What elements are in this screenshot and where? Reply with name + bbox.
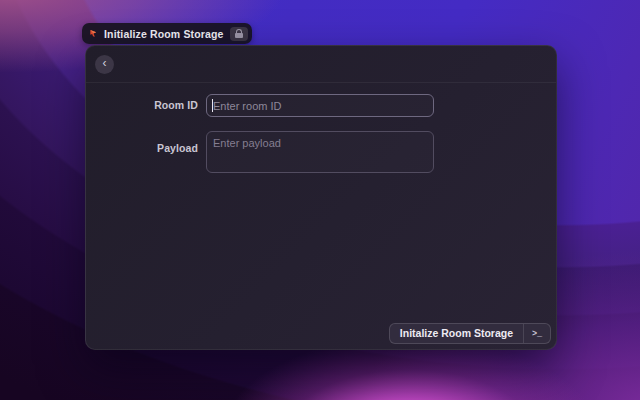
- back-button[interactable]: ‹: [95, 55, 114, 74]
- room-id-label: Room ID: [86, 99, 198, 111]
- payload-label: Payload: [86, 142, 198, 154]
- app-icon: [89, 29, 98, 38]
- payload-textarea[interactable]: [206, 131, 434, 173]
- lock-icon[interactable]: [230, 27, 248, 41]
- window-title: Initialize Room Storage: [104, 28, 224, 40]
- terminal-icon[interactable]: >_: [524, 324, 550, 343]
- window-header: ‹: [86, 46, 556, 83]
- submit-split-button[interactable]: Initalize Room Storage >_: [389, 323, 551, 344]
- chevron-left-icon: ‹: [103, 56, 107, 70]
- text-caret: [212, 99, 213, 112]
- window-title-tab[interactable]: Initialize Room Storage: [82, 23, 252, 44]
- room-id-input[interactable]: [206, 94, 434, 117]
- app-window: ‹ Room ID Payload Initalize Room Storage…: [85, 45, 557, 350]
- submit-button-label[interactable]: Initalize Room Storage: [390, 324, 523, 343]
